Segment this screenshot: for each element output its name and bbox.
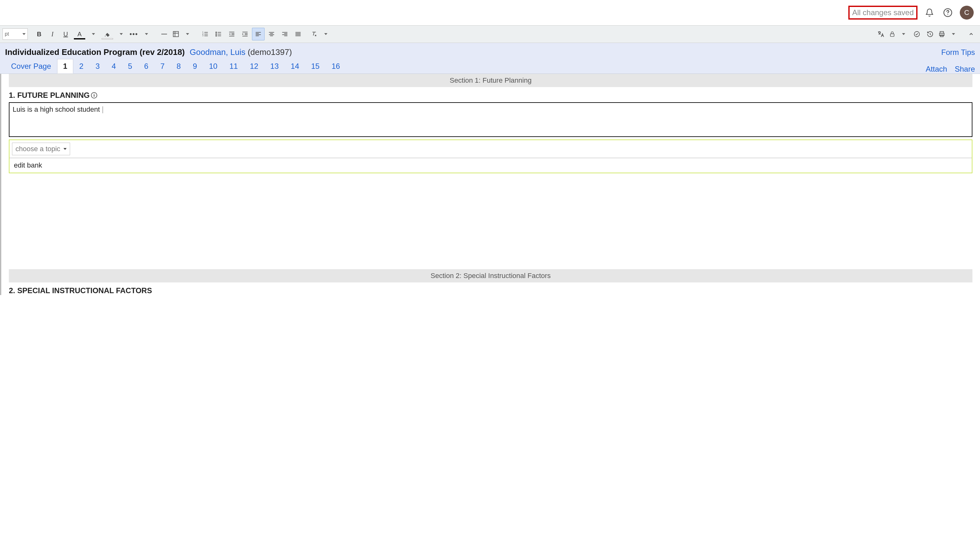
align-center-button[interactable] [265, 28, 278, 40]
help-icon[interactable] [942, 6, 954, 19]
page-tabs: Cover Page 1 2 3 4 5 6 7 8 9 10 11 12 13… [5, 59, 346, 73]
tab-11[interactable]: 11 [224, 59, 244, 73]
section-1-title-text: 1. FUTURE PLANNING [9, 91, 90, 100]
tab-16[interactable]: 16 [326, 59, 346, 73]
fill-color-dropdown[interactable] [115, 28, 127, 40]
tab-6[interactable]: 6 [138, 59, 154, 73]
tab-13[interactable]: 13 [264, 59, 285, 73]
svg-rect-44 [890, 34, 894, 36]
underline-button[interactable]: U [59, 28, 72, 40]
svg-point-1 [948, 14, 948, 15]
info-icon[interactable]: i [91, 92, 97, 98]
tab-12[interactable]: 12 [244, 59, 264, 73]
validate-button[interactable] [910, 28, 923, 40]
topbar: All changes saved C [0, 0, 980, 25]
table-dropdown[interactable] [181, 28, 194, 40]
tab-8[interactable]: 8 [170, 59, 186, 73]
clear-format-dropdown[interactable] [320, 28, 332, 40]
future-planning-textarea[interactable]: Luis is a high school student [9, 102, 972, 137]
bullet-list-button[interactable] [212, 28, 225, 40]
horizontal-rule-button[interactable] [158, 28, 170, 40]
bank-top: choose a topic [10, 140, 972, 158]
svg-point-16 [216, 35, 216, 36]
translate-button[interactable] [875, 28, 887, 40]
share-link[interactable]: Share [955, 65, 975, 73]
form-title: Individualized Education Program (rev 2/… [5, 47, 185, 57]
section-2-title: 2. SPECIAL INSTRUCTIONAL FACTORS [9, 286, 972, 295]
choose-topic-dropdown[interactable]: choose a topic [12, 143, 70, 155]
tab-2[interactable]: 2 [73, 59, 89, 73]
print-button[interactable] [937, 28, 947, 40]
notifications-icon[interactable] [923, 6, 936, 19]
topic-bank: choose a topic edit bank [9, 140, 972, 173]
tab-9[interactable]: 9 [187, 59, 203, 73]
svg-marker-27 [242, 33, 244, 35]
align-justify-button[interactable] [292, 28, 304, 40]
numbered-list-button[interactable]: 123 [199, 28, 212, 40]
form-title-row: Individualized Education Program (rev 2/… [5, 47, 292, 57]
chevron-down-icon [64, 148, 67, 150]
text-color-dropdown[interactable] [87, 28, 100, 40]
form-header: Individualized Education Program (rev 2/… [0, 43, 980, 74]
svg-point-45 [914, 32, 920, 37]
more-formatting-dropdown[interactable] [140, 28, 153, 40]
text-color-button[interactable]: A [73, 28, 86, 40]
tab-actions: Attach Share [926, 65, 975, 73]
font-size-select[interactable]: pt [3, 29, 28, 40]
content-area: Section 1: Future Planning 1. FUTURE PLA… [0, 74, 980, 295]
section-1-band: Section 1: Future Planning [9, 74, 972, 87]
more-formatting-button[interactable]: ••• [128, 28, 140, 40]
student-demo-id: (demo1397) [245, 47, 292, 57]
font-unit-label: pt [5, 31, 9, 37]
save-status: All changes saved [848, 6, 918, 19]
outdent-button[interactable] [226, 28, 238, 40]
text-cursor [103, 106, 103, 113]
tab-15[interactable]: 15 [305, 59, 326, 73]
align-left-button[interactable] [252, 28, 264, 40]
tab-10[interactable]: 10 [203, 59, 224, 73]
whitespace [1, 181, 980, 269]
tab-7[interactable]: 7 [154, 59, 170, 73]
edit-bank-link[interactable]: edit bank [10, 158, 972, 173]
table-button[interactable] [171, 28, 181, 40]
history-button[interactable] [924, 28, 936, 40]
chevron-down-icon [22, 33, 25, 35]
section-1-title: 1. FUTURE PLANNING i [9, 91, 972, 100]
future-planning-text: Luis is a high school student [13, 105, 102, 113]
tab-5[interactable]: 5 [122, 59, 138, 73]
section-2-band: Section 2: Special Instructional Factors [9, 269, 972, 283]
tab-1[interactable]: 1 [57, 59, 73, 73]
print-dropdown[interactable] [947, 28, 960, 40]
indent-button[interactable] [239, 28, 251, 40]
align-right-button[interactable] [278, 28, 291, 40]
lock-dropdown[interactable] [897, 28, 910, 40]
avatar[interactable]: C [960, 6, 974, 19]
tab-4[interactable]: 4 [106, 59, 122, 73]
choose-topic-label: choose a topic [16, 145, 60, 153]
tab-3[interactable]: 3 [89, 59, 105, 73]
collapse-toolbar-button[interactable] [965, 28, 977, 40]
lock-button[interactable] [888, 28, 897, 40]
fill-color-button[interactable] [100, 28, 114, 40]
bold-button[interactable]: B [33, 28, 46, 40]
svg-point-14 [216, 34, 216, 35]
formatting-toolbar: pt B I U A ••• 123 [0, 25, 980, 43]
svg-point-12 [216, 32, 216, 33]
attach-link[interactable]: Attach [926, 65, 947, 73]
svg-marker-22 [229, 33, 231, 35]
tab-cover-page[interactable]: Cover Page [5, 59, 57, 73]
clear-format-button[interactable] [309, 28, 319, 40]
italic-button[interactable]: I [46, 28, 59, 40]
student-name-link[interactable]: Goodman, Luis [190, 47, 245, 57]
svg-text:3: 3 [202, 34, 204, 37]
form-tips-link[interactable]: Form Tips [941, 48, 975, 57]
tab-14[interactable]: 14 [285, 59, 305, 73]
svg-rect-3 [173, 32, 179, 37]
